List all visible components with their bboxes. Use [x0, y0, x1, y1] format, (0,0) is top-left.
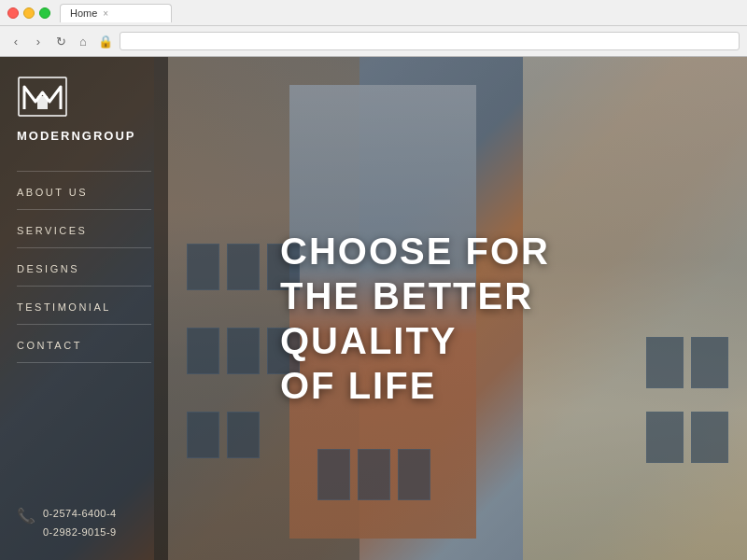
- nav-menu: ABOUT US SERVICES DESIGNS TESTIMONIAL CO…: [17, 171, 151, 486]
- hero-text: CHOOSE FOR THE BETTER QUALITY OF LIFE: [280, 229, 710, 408]
- windows-row-3: [187, 412, 260, 458]
- phone-area: 📞 0-2574-6400-4 0-2982-9015-9: [17, 505, 151, 542]
- logo-modern: MODERN: [17, 129, 82, 143]
- nav-item-about[interactable]: ABOUT US: [17, 171, 151, 210]
- hero-line3: OF LIFE: [280, 365, 436, 406]
- sidebar: MODERNGROUP ABOUT US SERVICES DESIGNS TE…: [0, 57, 168, 560]
- minimize-button[interactable]: [23, 7, 35, 19]
- logo-text: MODERNGROUP: [17, 129, 151, 143]
- browser-chrome: Home × ‹ › ↻ ⌂ 🔒: [0, 0, 747, 57]
- hero-line1: CHOOSE FOR: [280, 231, 550, 272]
- nav-item-contact[interactable]: CONTACT: [17, 325, 151, 363]
- phone-1: 0-2574-6400-4: [43, 505, 117, 524]
- close-button[interactable]: [7, 7, 19, 19]
- windows-row-right-2: [646, 412, 728, 463]
- svg-rect-1: [37, 96, 48, 109]
- refresh-button[interactable]: ↻: [52, 33, 69, 49]
- hero-heading: CHOOSE FOR THE BETTER QUALITY OF LIFE: [280, 229, 710, 408]
- address-bar[interactable]: [120, 32, 740, 50]
- browser-toolbar: ‹ › ↻ ⌂ 🔒: [0, 26, 747, 56]
- nav-item-designs[interactable]: DESIGNS: [17, 248, 151, 287]
- website-content: MODERNGROUP ABOUT US SERVICES DESIGNS TE…: [0, 57, 747, 560]
- tab-label: Home: [70, 7, 97, 19]
- logo-icon: [17, 76, 68, 118]
- windows-row-mid: [317, 449, 430, 500]
- maximize-button[interactable]: [39, 7, 50, 19]
- phone-2: 0-2982-9015-9: [43, 524, 117, 542]
- lock-icon: 🔒: [97, 33, 114, 49]
- browser-tab[interactable]: Home ×: [60, 4, 172, 22]
- titlebar: Home ×: [0, 0, 747, 26]
- hero-line2: THE BETTER QUALITY: [280, 275, 533, 361]
- home-button[interactable]: ⌂: [75, 33, 92, 49]
- nav-item-services[interactable]: SERVICES: [17, 210, 151, 248]
- phone-icon: 📞: [17, 507, 35, 525]
- nav-item-testimonial[interactable]: TESTIMONIAL: [17, 287, 151, 325]
- logo-area: MODERNGROUP: [17, 76, 151, 143]
- back-button[interactable]: ‹: [7, 33, 24, 49]
- tab-close-icon[interactable]: ×: [103, 8, 108, 19]
- logo-group: GROUP: [82, 129, 136, 143]
- traffic-lights: [7, 7, 50, 19]
- phone-numbers: 0-2574-6400-4 0-2982-9015-9: [43, 505, 117, 542]
- forward-button[interactable]: ›: [30, 33, 47, 49]
- tab-bar: Home ×: [60, 4, 740, 22]
